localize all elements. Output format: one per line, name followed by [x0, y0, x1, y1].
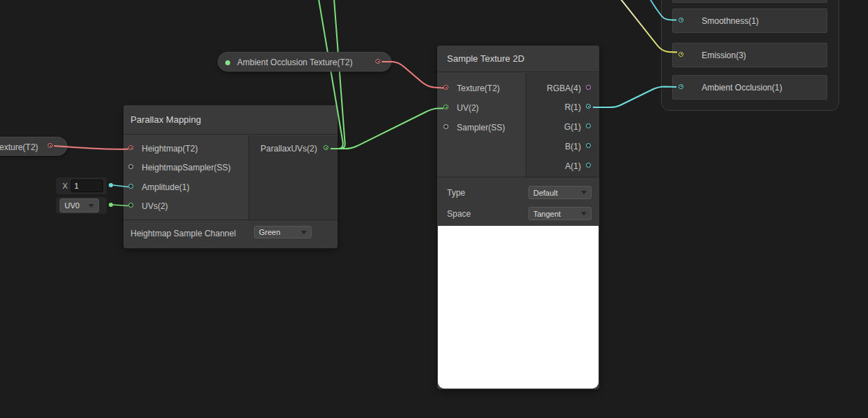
port-uv-label: UV(2): [457, 103, 479, 113]
space-value: Tangent: [533, 210, 561, 218]
port-g-label: G(1): [564, 122, 581, 132]
port-r[interactable]: [586, 104, 591, 109]
type-label: Type: [447, 188, 465, 198]
type-dropdown[interactable]: Default: [528, 186, 592, 199]
port-left-texture-out[interactable]: [48, 143, 53, 148]
uv-stub-dot: [109, 203, 113, 207]
port-sampler[interactable]: [443, 124, 448, 129]
port-amplitude-label: Amplitude(1): [142, 182, 189, 192]
node-sample-texture-title-bar[interactable]: Sample Texture 2D: [437, 46, 599, 72]
port-parallaxuvs-label: ParallaxUVs(2): [260, 144, 317, 154]
port-b-label: B(1): [565, 142, 581, 151]
property-node-ao-texture[interactable]: Ambient Occlusion Texture(T2): [218, 52, 392, 72]
port-heightmap-sampler-label: HeightmapSampler(SS): [142, 163, 231, 173]
left-texture-pill-label: exture(T2): [0, 142, 38, 152]
node-parallax-title: Parallax Mapping: [131, 114, 201, 125]
port-b[interactable]: [586, 143, 591, 148]
port-a-label: A(1): [565, 161, 581, 171]
emission-label: Emission(3): [702, 50, 746, 60]
wire-parallaxuvs-uv[interactable]: [330, 109, 443, 149]
space-dropdown[interactable]: Tangent: [528, 207, 592, 220]
dropdown-arrow-icon: [88, 204, 94, 208]
dropdown-arrow-icon: [581, 191, 587, 194]
node-sample-texture-2d[interactable]: Sample Texture 2D Texture(T2) UV(2) Samp…: [437, 46, 599, 389]
heightmap-sample-channel-label: Heightmap Sample Channel: [131, 229, 236, 238]
dropdown-arrow-icon: [301, 231, 307, 234]
port-emission[interactable]: [679, 52, 683, 57]
ao-texture-pill-label: Ambient Occlusion Texture(T2): [237, 58, 353, 67]
space-label: Space: [447, 209, 471, 219]
uv-channel-dropdown[interactable]: UV0: [60, 198, 99, 213]
port-texture-label: Texture(T2): [457, 83, 500, 93]
port-uv[interactable]: [443, 104, 448, 109]
fragment-block-smoothness[interactable]: Smoothness(1): [672, 8, 827, 33]
x-component-label: X: [62, 181, 67, 191]
port-heightmap[interactable]: [128, 145, 133, 150]
port-a[interactable]: [586, 163, 591, 168]
port-uvs-label: UVs(2): [142, 201, 168, 211]
parallax-column-divider: [248, 135, 249, 220]
port-ao-texture-out[interactable]: [375, 59, 380, 64]
port-rgba-label: RGBA(4): [547, 83, 581, 93]
fragment-block-emission[interactable]: Emission(3): [672, 43, 827, 67]
node-parallax-title-bar[interactable]: Parallax Mapping: [123, 105, 338, 135]
shader-graph-canvas[interactable]: Parallax Mapping Heightmap(T2) Heightmap…: [0, 0, 868, 418]
port-ambient-occlusion[interactable]: [679, 84, 683, 89]
exposed-property-dot: [225, 60, 230, 65]
heightmap-sample-channel-dropdown[interactable]: Green: [254, 226, 312, 238]
ambient-occlusion-label: Ambient Occlusion(1): [702, 83, 782, 93]
node-parallax-mapping[interactable]: Parallax Mapping Heightmap(T2) Heightmap…: [123, 105, 338, 248]
port-heightmap-label: Heightmap(T2): [142, 144, 198, 154]
port-amplitude[interactable]: [128, 184, 133, 189]
amplitude-default-widget: X: [56, 177, 107, 194]
port-texture[interactable]: [443, 85, 448, 90]
sample-column-divider: [526, 73, 526, 177]
uv-channel-value: UV0: [65, 201, 79, 210]
amplitude-stub-dot: [109, 183, 113, 187]
fragment-block-ambient-occlusion[interactable]: Ambient Occlusion(1): [672, 75, 827, 100]
texture-preview[interactable]: [438, 226, 599, 389]
amplitude-value-input[interactable]: [71, 180, 103, 192]
port-smoothness[interactable]: [679, 18, 683, 22]
port-parallaxuvs[interactable]: [323, 145, 328, 150]
port-r-label: R(1): [565, 102, 581, 112]
fragment-block-partial[interactable]: [672, 0, 827, 3]
smoothness-label: Smoothness(1): [702, 16, 759, 26]
node-sample-texture-title: Sample Texture 2D: [447, 53, 524, 64]
port-rgba[interactable]: [586, 85, 591, 90]
dropdown-arrow-icon: [581, 212, 587, 215]
port-sampler-label: Sampler(SS): [457, 123, 505, 133]
uv-channel-widget: UV0: [56, 197, 107, 214]
wire-aotexture-texture[interactable]: [382, 62, 443, 88]
type-value: Default: [533, 189, 558, 197]
port-uvs[interactable]: [128, 203, 133, 208]
port-heightmap-sampler[interactable]: [128, 164, 133, 169]
port-g[interactable]: [586, 123, 591, 128]
heightmap-sample-channel-value: Green: [259, 228, 281, 236]
fragment-stack-container[interactable]: Smoothness(1) Emission(3) Ambient Occlus…: [661, 0, 839, 111]
